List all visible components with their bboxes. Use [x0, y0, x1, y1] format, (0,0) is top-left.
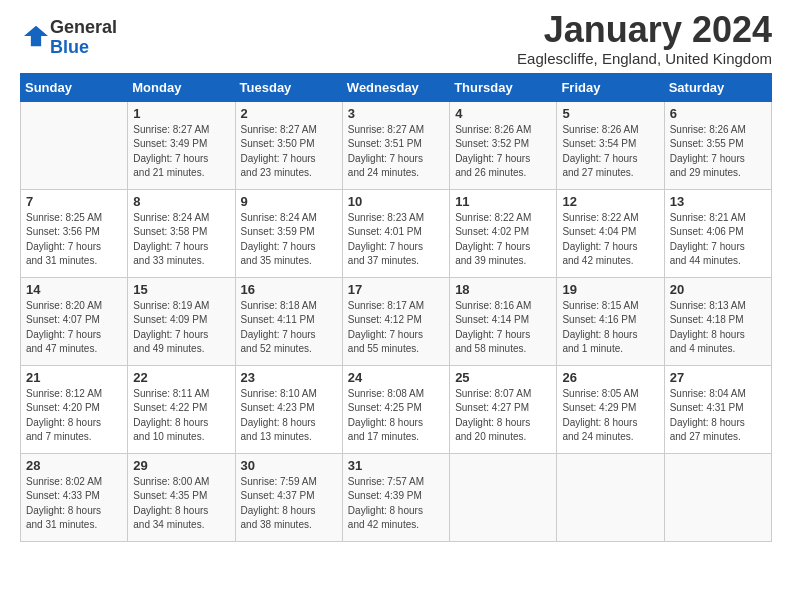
- day-number: 28: [26, 458, 122, 473]
- calendar-header: SundayMondayTuesdayWednesdayThursdayFrid…: [21, 73, 772, 101]
- day-info: Sunrise: 8:18 AM Sunset: 4:11 PM Dayligh…: [241, 299, 337, 357]
- calendar-week-2: 7Sunrise: 8:25 AM Sunset: 3:56 PM Daylig…: [21, 189, 772, 277]
- day-number: 9: [241, 194, 337, 209]
- day-number: 11: [455, 194, 551, 209]
- day-number: 30: [241, 458, 337, 473]
- day-info: Sunrise: 8:04 AM Sunset: 4:31 PM Dayligh…: [670, 387, 766, 445]
- col-header-monday: Monday: [128, 73, 235, 101]
- day-info: Sunrise: 8:27 AM Sunset: 3:50 PM Dayligh…: [241, 123, 337, 181]
- calendar-cell: 27Sunrise: 8:04 AM Sunset: 4:31 PM Dayli…: [664, 365, 771, 453]
- calendar-cell: [21, 101, 128, 189]
- day-info: Sunrise: 8:17 AM Sunset: 4:12 PM Dayligh…: [348, 299, 444, 357]
- col-header-wednesday: Wednesday: [342, 73, 449, 101]
- calendar-cell: 10Sunrise: 8:23 AM Sunset: 4:01 PM Dayli…: [342, 189, 449, 277]
- calendar-cell: 11Sunrise: 8:22 AM Sunset: 4:02 PM Dayli…: [450, 189, 557, 277]
- calendar-cell: 30Sunrise: 7:59 AM Sunset: 4:37 PM Dayli…: [235, 453, 342, 541]
- day-info: Sunrise: 8:24 AM Sunset: 3:58 PM Dayligh…: [133, 211, 229, 269]
- day-info: Sunrise: 8:22 AM Sunset: 4:04 PM Dayligh…: [562, 211, 658, 269]
- day-number: 22: [133, 370, 229, 385]
- calendar-cell: [557, 453, 664, 541]
- calendar-cell: 17Sunrise: 8:17 AM Sunset: 4:12 PM Dayli…: [342, 277, 449, 365]
- day-number: 19: [562, 282, 658, 297]
- day-info: Sunrise: 8:27 AM Sunset: 3:51 PM Dayligh…: [348, 123, 444, 181]
- calendar-cell: 6Sunrise: 8:26 AM Sunset: 3:55 PM Daylig…: [664, 101, 771, 189]
- day-number: 16: [241, 282, 337, 297]
- day-info: Sunrise: 8:26 AM Sunset: 3:55 PM Dayligh…: [670, 123, 766, 181]
- calendar-table: SundayMondayTuesdayWednesdayThursdayFrid…: [20, 73, 772, 542]
- day-number: 15: [133, 282, 229, 297]
- day-info: Sunrise: 8:24 AM Sunset: 3:59 PM Dayligh…: [241, 211, 337, 269]
- day-info: Sunrise: 7:59 AM Sunset: 4:37 PM Dayligh…: [241, 475, 337, 533]
- calendar-cell: 29Sunrise: 8:00 AM Sunset: 4:35 PM Dayli…: [128, 453, 235, 541]
- day-number: 6: [670, 106, 766, 121]
- day-info: Sunrise: 7:57 AM Sunset: 4:39 PM Dayligh…: [348, 475, 444, 533]
- svg-marker-0: [24, 26, 48, 47]
- day-info: Sunrise: 8:21 AM Sunset: 4:06 PM Dayligh…: [670, 211, 766, 269]
- day-info: Sunrise: 8:11 AM Sunset: 4:22 PM Dayligh…: [133, 387, 229, 445]
- calendar-cell: 12Sunrise: 8:22 AM Sunset: 4:04 PM Dayli…: [557, 189, 664, 277]
- day-number: 31: [348, 458, 444, 473]
- day-number: 18: [455, 282, 551, 297]
- calendar-cell: 5Sunrise: 8:26 AM Sunset: 3:54 PM Daylig…: [557, 101, 664, 189]
- calendar-cell: 4Sunrise: 8:26 AM Sunset: 3:52 PM Daylig…: [450, 101, 557, 189]
- calendar-cell: 19Sunrise: 8:15 AM Sunset: 4:16 PM Dayli…: [557, 277, 664, 365]
- day-number: 23: [241, 370, 337, 385]
- calendar-cell: 22Sunrise: 8:11 AM Sunset: 4:22 PM Dayli…: [128, 365, 235, 453]
- calendar-cell: 26Sunrise: 8:05 AM Sunset: 4:29 PM Dayli…: [557, 365, 664, 453]
- day-info: Sunrise: 8:22 AM Sunset: 4:02 PM Dayligh…: [455, 211, 551, 269]
- day-number: 7: [26, 194, 122, 209]
- col-header-friday: Friday: [557, 73, 664, 101]
- day-number: 13: [670, 194, 766, 209]
- logo: GeneralBlue: [20, 18, 117, 58]
- col-header-tuesday: Tuesday: [235, 73, 342, 101]
- calendar-cell: 14Sunrise: 8:20 AM Sunset: 4:07 PM Dayli…: [21, 277, 128, 365]
- day-number: 3: [348, 106, 444, 121]
- day-info: Sunrise: 8:23 AM Sunset: 4:01 PM Dayligh…: [348, 211, 444, 269]
- day-number: 27: [670, 370, 766, 385]
- calendar-cell: 21Sunrise: 8:12 AM Sunset: 4:20 PM Dayli…: [21, 365, 128, 453]
- day-number: 8: [133, 194, 229, 209]
- day-number: 24: [348, 370, 444, 385]
- calendar-week-3: 14Sunrise: 8:20 AM Sunset: 4:07 PM Dayli…: [21, 277, 772, 365]
- col-header-saturday: Saturday: [664, 73, 771, 101]
- day-info: Sunrise: 8:10 AM Sunset: 4:23 PM Dayligh…: [241, 387, 337, 445]
- calendar-week-1: 1Sunrise: 8:27 AM Sunset: 3:49 PM Daylig…: [21, 101, 772, 189]
- calendar-cell: 24Sunrise: 8:08 AM Sunset: 4:25 PM Dayli…: [342, 365, 449, 453]
- calendar-cell: 31Sunrise: 7:57 AM Sunset: 4:39 PM Dayli…: [342, 453, 449, 541]
- day-info: Sunrise: 8:27 AM Sunset: 3:49 PM Dayligh…: [133, 123, 229, 181]
- calendar-cell: 2Sunrise: 8:27 AM Sunset: 3:50 PM Daylig…: [235, 101, 342, 189]
- day-number: 26: [562, 370, 658, 385]
- calendar-cell: 20Sunrise: 8:13 AM Sunset: 4:18 PM Dayli…: [664, 277, 771, 365]
- day-number: 2: [241, 106, 337, 121]
- location-subtitle: Eaglescliffe, England, United Kingdom: [517, 50, 772, 67]
- calendar-cell: 28Sunrise: 8:02 AM Sunset: 4:33 PM Dayli…: [21, 453, 128, 541]
- day-info: Sunrise: 8:13 AM Sunset: 4:18 PM Dayligh…: [670, 299, 766, 357]
- day-info: Sunrise: 8:19 AM Sunset: 4:09 PM Dayligh…: [133, 299, 229, 357]
- day-number: 25: [455, 370, 551, 385]
- calendar-week-5: 28Sunrise: 8:02 AM Sunset: 4:33 PM Dayli…: [21, 453, 772, 541]
- day-info: Sunrise: 8:16 AM Sunset: 4:14 PM Dayligh…: [455, 299, 551, 357]
- day-info: Sunrise: 8:00 AM Sunset: 4:35 PM Dayligh…: [133, 475, 229, 533]
- calendar-cell: [664, 453, 771, 541]
- calendar-cell: 13Sunrise: 8:21 AM Sunset: 4:06 PM Dayli…: [664, 189, 771, 277]
- day-info: Sunrise: 8:07 AM Sunset: 4:27 PM Dayligh…: [455, 387, 551, 445]
- day-number: 20: [670, 282, 766, 297]
- day-number: 4: [455, 106, 551, 121]
- col-header-thursday: Thursday: [450, 73, 557, 101]
- calendar-cell: 16Sunrise: 8:18 AM Sunset: 4:11 PM Dayli…: [235, 277, 342, 365]
- calendar-cell: 1Sunrise: 8:27 AM Sunset: 3:49 PM Daylig…: [128, 101, 235, 189]
- day-info: Sunrise: 8:25 AM Sunset: 3:56 PM Dayligh…: [26, 211, 122, 269]
- day-number: 14: [26, 282, 122, 297]
- calendar-cell: 23Sunrise: 8:10 AM Sunset: 4:23 PM Dayli…: [235, 365, 342, 453]
- day-info: Sunrise: 8:26 AM Sunset: 3:52 PM Dayligh…: [455, 123, 551, 181]
- logo-text: GeneralBlue: [50, 18, 117, 58]
- calendar-cell: 9Sunrise: 8:24 AM Sunset: 3:59 PM Daylig…: [235, 189, 342, 277]
- day-number: 5: [562, 106, 658, 121]
- calendar-cell: 25Sunrise: 8:07 AM Sunset: 4:27 PM Dayli…: [450, 365, 557, 453]
- day-number: 10: [348, 194, 444, 209]
- calendar-week-4: 21Sunrise: 8:12 AM Sunset: 4:20 PM Dayli…: [21, 365, 772, 453]
- day-info: Sunrise: 8:05 AM Sunset: 4:29 PM Dayligh…: [562, 387, 658, 445]
- day-number: 12: [562, 194, 658, 209]
- day-number: 17: [348, 282, 444, 297]
- day-number: 21: [26, 370, 122, 385]
